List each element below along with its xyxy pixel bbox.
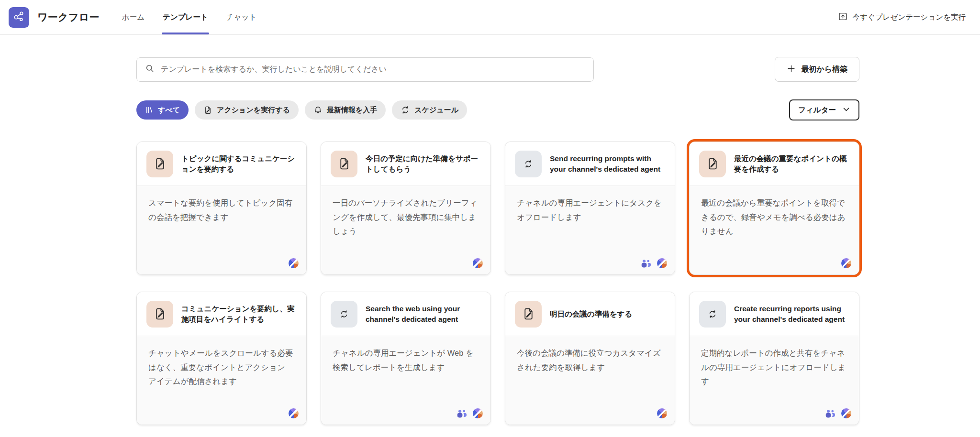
pill-get-updates[interactable]: 最新情報を入手 [305,100,386,120]
card-header: トピックに関するコミュニケーションを要約する [137,142,306,186]
plus-icon [787,64,796,75]
tab-label: チャット [226,12,256,22]
card-header: Create recurring reports using your chan… [690,292,859,336]
card-badges [289,258,299,268]
pill-schedule[interactable]: スケジュール [392,100,467,120]
card-title: コミュニケーションを要約し、実施項目をハイライトする [181,304,297,324]
card-badges [641,258,667,268]
tab-chat[interactable]: チャット [226,0,256,34]
template-card[interactable]: 明日の会議の準備をする 今後の会議の準備に役立つカスタマイズされた要約を取得しま… [505,292,675,425]
pill-label: アクションを実行する [217,106,290,115]
chevron-down-icon [842,105,850,115]
teams-icon [641,259,652,268]
top-nav: ホームテンプレートチャット [113,0,266,34]
card-description: スマートな要約を使用してトピック固有の会話を把握できます [148,198,292,221]
card-badges [825,408,851,418]
category-pills: すべて アクションを実行する 最新情報を入手 スケジュール [136,100,467,120]
card-description: チャネルの専用エージェントが Web を検索してレポートを生成します [333,349,474,371]
card-description: チャネルの専用エージェントにタスクをオフロードします [517,198,662,221]
pill-label: 最新情報を入手 [327,106,377,115]
all-icon [145,106,154,114]
filter-dropdown-label: フィルター [798,105,836,115]
copilot-icon [841,408,851,418]
document-icon [699,151,726,177]
document-icon [515,301,542,328]
tab-label: テンプレート [163,12,208,22]
card-body: チャネルの専用エージェントが Web を検索してレポートを生成します [321,336,490,425]
copilot-icon [473,408,483,418]
copilot-icon [473,258,483,268]
card-badges [473,258,483,268]
sync-icon [401,105,410,115]
pill-label: スケジュール [414,106,458,115]
card-title: Search the web using your channel's dedi… [366,304,481,324]
pill-run-actions[interactable]: アクションを実行する [195,100,299,120]
card-body: チャネルの専用エージェントにタスクをオフロードします [505,186,675,274]
copilot-icon [657,408,667,418]
copilot-icon [657,258,667,268]
template-card[interactable]: Create recurring reports using your chan… [689,292,859,425]
tab-home[interactable]: ホーム [122,0,145,34]
filter-dropdown-button[interactable]: フィルター [789,99,859,120]
teams-icon [457,409,468,418]
teams-icon [825,409,836,418]
upload-presentation-icon [838,11,848,23]
card-title: Create recurring reports using your chan… [734,304,849,324]
template-card-grid: トピックに関するコミュニケーションを要約する スマートな要約を使用してトピック固… [136,142,859,425]
template-card-highlighted[interactable]: 最近の会議の重要なポイントの概要を作成する 最近の会議から重要なポイントを取得で… [689,142,859,275]
document-icon [331,151,357,177]
card-header: 明日の会議の準備をする [505,292,675,336]
template-search-box[interactable] [136,57,594,82]
card-badges [841,258,851,268]
template-card[interactable]: Send recurring prompts with your channel… [505,142,675,275]
document-icon [146,301,173,328]
card-title: 最近の会議の重要なポイントの概要を作成する [734,153,849,174]
card-description: 定期的なレポートの作成と共有をチャネルの専用エージェントにオフロードします [701,349,846,385]
build-from-scratch-button[interactable]: 最初から構築 [775,57,859,82]
card-badges [289,408,299,418]
app-title: ワークフロー [37,11,100,24]
card-body: スマートな要約を使用してトピック固有の会話を把握できます [137,186,306,274]
app-header: ワークフロー ホームテンプレートチャット 今すぐプレゼンテーションを実行 [0,0,980,35]
card-title: 今日の予定に向けた準備をサポートしてもらう [366,153,481,174]
card-title: トピックに関するコミュニケーションを要約する [181,153,297,174]
run-presentation-label: 今すぐプレゼンテーションを実行 [853,12,966,22]
card-body: 定期的なレポートの作成と共有をチャネルの専用エージェントにオフロードします [690,336,859,425]
tab-templates[interactable]: テンプレート [163,0,208,34]
template-card[interactable]: トピックに関するコミュニケーションを要約する スマートな要約を使用してトピック固… [136,142,307,275]
pill-label: すべて [158,106,180,115]
card-description: 最近の会議から重要なポイントを取得できるので、録音やメモを調べる必要はありません [701,198,846,235]
pill-all[interactable]: すべて [136,100,189,120]
search-icon [145,64,155,75]
card-body: 今後の会議の準備に役立つカスタマイズされた要約を取得します [505,336,675,425]
compose-icon [203,106,212,115]
copilot-icon [289,258,299,268]
run-presentation-button[interactable]: 今すぐプレゼンテーションを実行 [838,11,966,23]
card-header: Send recurring prompts with your channel… [505,142,675,186]
card-body: 一日のパーソナライズされたブリーフィングを作成して、最優先事項に集中しましょう [321,186,490,274]
copilot-icon [841,258,851,268]
tab-label: ホーム [122,12,145,22]
card-body: 最近の会議から重要なポイントを取得できるので、録音やメモを調べる必要はありません [690,186,859,274]
search-input[interactable] [161,65,585,74]
sync-icon [515,151,542,177]
sync-icon [699,301,726,328]
flow-icon [12,10,25,25]
card-description: 今後の会議の準備に役立つカスタマイズされた要約を取得します [517,349,661,371]
card-body: チャットやメールをスクロールする必要はなく、重要なポイントとアクション アイテム… [137,336,306,425]
template-card[interactable]: 今日の予定に向けた準備をサポートしてもらう 一日のパーソナライズされたブリーフィ… [321,142,491,275]
card-title: Send recurring prompts with your channel… [550,153,665,174]
template-card[interactable]: コミュニケーションを要約し、実施項目をハイライトする チャットやメールをスクロー… [136,292,307,425]
card-title: 明日の会議の準備をする [550,309,632,319]
workflow-logo [9,7,29,28]
card-badges [657,408,667,418]
template-card[interactable]: Search the web using your channel's dedi… [321,292,491,425]
document-icon [146,151,173,177]
copilot-icon [289,408,299,418]
card-header: 今日の予定に向けた準備をサポートしてもらう [321,142,490,186]
bell-icon [313,106,323,115]
card-description: チャットやメールをスクロールする必要はなく、重要なポイントとアクション アイテム… [148,349,293,385]
sync-icon [331,301,357,328]
card-badges [457,408,483,418]
card-description: 一日のパーソナライズされたブリーフィングを作成して、最優先事項に集中しましょう [333,198,477,235]
